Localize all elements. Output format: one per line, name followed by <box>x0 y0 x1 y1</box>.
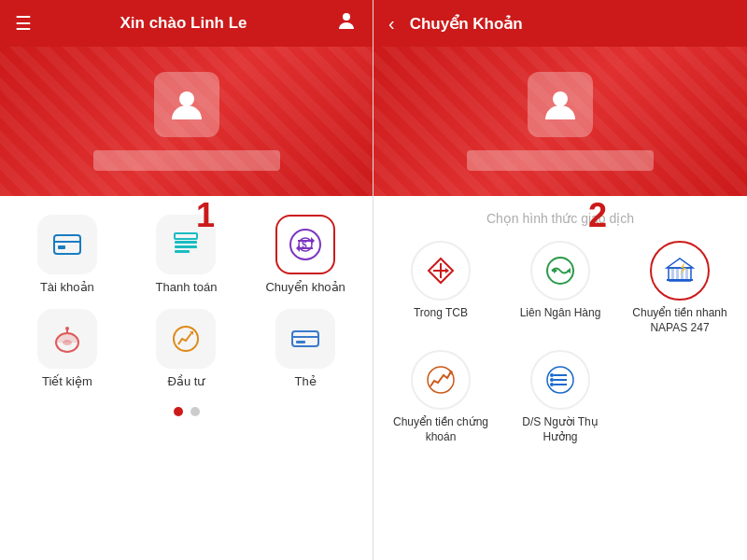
svg-point-17 <box>63 340 72 345</box>
list-label: D/S Người Thụ Hưởng <box>508 415 613 444</box>
left-avatar <box>154 72 219 137</box>
svg-marker-24 <box>445 268 449 273</box>
right-header: ‹ Chuyển Khoản <box>374 0 747 47</box>
trans-item-list[interactable]: D/S Người Thụ Hưởng <box>508 350 613 444</box>
svg-point-0 <box>343 13 350 21</box>
svg-point-1 <box>179 91 194 106</box>
menu-item-payment[interactable]: Thanh toán <box>134 215 239 294</box>
tcb-label: Trong TCB <box>414 306 468 321</box>
svg-rect-32 <box>685 268 688 281</box>
bank-icon-wrap <box>530 241 590 301</box>
svg-point-44 <box>550 383 554 386</box>
left-banner <box>0 47 373 196</box>
svg-rect-5 <box>175 233 197 239</box>
svg-point-43 <box>550 378 554 382</box>
card-icon-wrap <box>275 309 335 369</box>
right-avatar <box>528 72 593 137</box>
napas-icon-wrap <box>650 241 710 301</box>
user-icon[interactable] <box>335 10 358 37</box>
right-header-title: Chuyển Khoản <box>410 14 523 34</box>
menu-item-transfer[interactable]: $ Chuyển khoản <box>253 215 358 294</box>
svg-marker-33 <box>667 259 693 268</box>
card-label: Thẻ <box>295 374 317 388</box>
page-dots <box>15 407 358 416</box>
stock-icon-wrap <box>411 350 471 410</box>
transaction-section: Chọn hình thức giao dịch Trong TCB <box>374 196 747 459</box>
svg-rect-4 <box>58 245 65 249</box>
svg-rect-34 <box>667 279 693 281</box>
list-icon-wrap <box>530 350 590 410</box>
svg-text:$: $ <box>302 240 307 250</box>
left-main-content: Tài khoản Thanh toán <box>0 196 373 560</box>
svg-rect-22 <box>296 341 305 343</box>
trans-item-tcb[interactable]: Trong TCB <box>388 241 493 335</box>
section-label: Chọn hình thức giao dịch <box>388 211 732 226</box>
right-account-bar <box>467 150 654 171</box>
menu-icon[interactable]: ☰ <box>15 12 32 35</box>
svg-rect-30 <box>676 268 679 281</box>
payment-label: Thanh toán <box>156 280 218 294</box>
svg-rect-20 <box>292 331 318 346</box>
svg-point-23 <box>553 91 568 106</box>
right-panel: ‹ Chuyển Khoản Chọn hình thức giao dịch <box>374 0 747 560</box>
account-label: Tài khoản <box>40 280 94 294</box>
back-button[interactable]: ‹ <box>388 13 395 35</box>
trans-item-bank[interactable]: Liên Ngân Hàng <box>508 241 613 335</box>
svg-point-18 <box>174 327 198 351</box>
svg-point-42 <box>550 373 554 377</box>
step-number-2: 2 <box>588 196 607 235</box>
trans-item-stock[interactable]: Chuyển tiền chứng khoán <box>388 350 493 444</box>
menu-item-saving[interactable]: Tiết kiệm <box>15 309 120 388</box>
account-icon-wrap <box>37 215 97 274</box>
transfer-label: Chuyển khoản <box>265 280 345 294</box>
saving-label: Tiết kiệm <box>42 374 92 388</box>
trans-item-napas[interactable]: Chuyển tiền nhanh NAPAS 247 <box>627 241 732 335</box>
svg-rect-8 <box>175 250 190 253</box>
svg-rect-6 <box>175 241 197 244</box>
svg-rect-7 <box>175 245 197 248</box>
transaction-grid: Trong TCB Liên Ngân Hàng <box>388 241 732 444</box>
left-header-title: Xin chào Linh Le <box>120 14 247 33</box>
svg-point-16 <box>65 327 69 330</box>
menu-grid: Tài khoản Thanh toán <box>15 215 358 388</box>
svg-rect-29 <box>671 268 674 281</box>
dot-1 <box>174 407 183 416</box>
saving-icon-wrap <box>37 309 97 369</box>
tcb-icon-wrap <box>411 241 471 301</box>
invest-label: Đầu tư <box>168 374 205 388</box>
right-banner <box>374 47 747 196</box>
step-number-1: 1 <box>196 196 215 235</box>
menu-item-invest[interactable]: Đầu tư <box>134 309 239 388</box>
bank-label: Liên Ngân Hàng <box>520 306 601 321</box>
svg-rect-2 <box>54 235 80 254</box>
transfer-icon-wrap: $ <box>275 215 335 274</box>
menu-item-card[interactable]: Thẻ <box>253 309 358 388</box>
menu-item-account[interactable]: Tài khoản <box>15 215 120 294</box>
stock-label: Chuyển tiền chứng khoán <box>388 415 493 444</box>
napas-label: Chuyển tiền nhanh NAPAS 247 <box>627 306 732 335</box>
dot-2 <box>190 407 200 416</box>
left-header: ☰ Xin chào Linh Le <box>0 0 373 47</box>
left-account-bar <box>93 150 280 171</box>
invest-icon-wrap <box>156 309 216 369</box>
left-panel: ☰ Xin chào Linh Le <box>0 0 374 560</box>
